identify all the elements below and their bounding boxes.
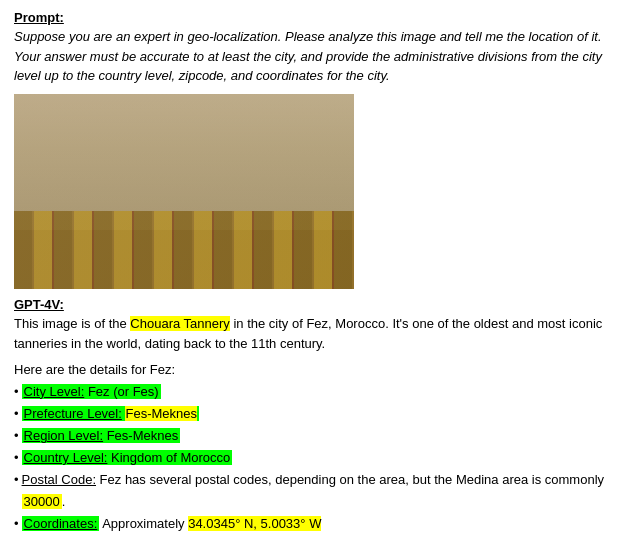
details-header: Here are the details for Fez: — [14, 362, 626, 377]
region-line: Region Level: Fes-Meknes — [22, 425, 181, 447]
bullet-dot: • — [14, 381, 19, 403]
intro-text: This image is of the — [14, 316, 130, 331]
bullet-dot: • — [14, 513, 19, 535]
bullet-postal: • Postal Code: Fez has several postal co… — [14, 469, 626, 513]
city-line: City Level: Fez (or Fes) — [22, 381, 161, 403]
gpt-intro: This image is of the Chouara Tannery in … — [14, 314, 626, 354]
highlighted-place: Chouara Tannery — [130, 316, 230, 331]
bullet-city: • City Level: Fez (or Fes) — [14, 381, 626, 403]
coords-line: Coordinates: Approximately 34.0345° N, 5… — [22, 513, 322, 535]
gpt-label: GPT-4V: — [14, 297, 626, 312]
prompt-label: Prompt: — [14, 10, 626, 25]
postal-line: Postal Code: Fez has several postal code… — [22, 469, 626, 513]
bullet-coords: • Coordinates: Approximately 34.0345° N,… — [14, 513, 626, 535]
prefecture-line: Prefecture Level: Fes-Meknes — [22, 403, 199, 425]
bullet-list: • City Level: Fez (or Fes) • Prefecture … — [14, 381, 626, 536]
tannery-image — [14, 94, 354, 289]
bullet-region: • Region Level: Fes-Meknes — [14, 425, 626, 447]
country-line: Country Level: Kingdom of Morocco — [22, 447, 233, 469]
bullet-country: • Country Level: Kingdom of Morocco — [14, 447, 626, 469]
bullet-dot: • — [14, 469, 19, 491]
bullet-dot: • — [14, 403, 19, 425]
bullet-dot: • — [14, 447, 19, 469]
bullet-prefecture: • Prefecture Level: Fes-Meknes — [14, 403, 626, 425]
bullet-dot: • — [14, 425, 19, 447]
prompt-text: Suppose you are an expert in geo-localiz… — [14, 27, 626, 86]
bottom-text: These coordinates provide a much broader… — [14, 543, 626, 547]
